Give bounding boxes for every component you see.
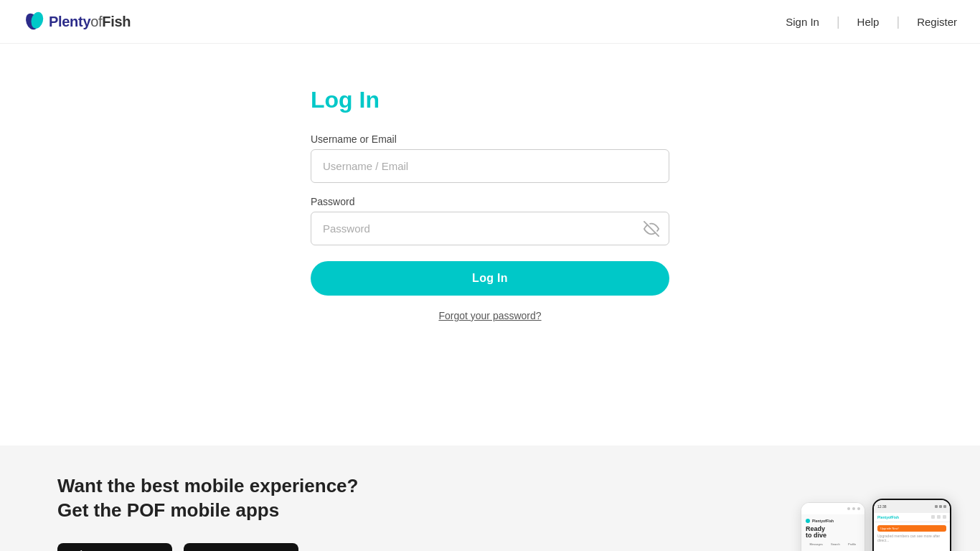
forgot-password-link[interactable]: Forgot your password? [311,310,669,321]
password-label: Password [311,196,669,207]
help-link[interactable]: Help [857,16,880,28]
login-button[interactable]: Log In [311,261,669,296]
logo-text: PlentyofFish [49,14,131,30]
toggle-password-button[interactable] [644,221,659,237]
phone-white-content: PlentyofFish Readyto dive Messages Searc… [801,514,864,551]
nav-links: Sign In | Help | Register [786,14,957,29]
nav-divider-2: | [896,14,900,29]
phone-mockup-white: PlentyofFish Readyto dive Messages Searc… [801,502,865,551]
googleplay-badge[interactable]: GET IT ON Google Play [184,543,298,551]
phone-mockups: PlentyofFish Readyto dive Messages Searc… [801,488,951,551]
signin-link[interactable]: Sign In [786,16,819,28]
site-header: PlentyofFish Sign In | Help | Register [0,0,980,44]
password-field-wrapper [311,212,669,245]
username-label: Username or Email [311,133,669,145]
login-form-container: Log In Username or Email Password Log In… [311,87,669,321]
password-input[interactable] [311,212,669,245]
eye-slash-icon [644,221,659,237]
phone-mockup-black: 12:38 PlentyofFish Upg [872,499,951,551]
phone-white-bar [801,503,864,514]
register-link[interactable]: Register [917,16,957,28]
mobile-text-area: Want the best mobile experience? Get the… [57,474,923,551]
username-input[interactable] [311,149,669,183]
page-title: Log In [311,87,669,113]
pof-logo-icon [23,9,49,34]
logo[interactable]: PlentyofFish [23,9,131,34]
mobile-apps-section: Want the best mobile experience? Get the… [0,446,980,551]
phone-ready-text: Readyto dive [806,526,860,540]
store-badges: Download on the App Store GET IT ON Goo [57,543,923,551]
main-content: Log In Username or Email Password Log In… [0,44,980,446]
appstore-badge[interactable]: Download on the App Store [57,543,172,551]
mobile-headline: Want the best mobile experience? Get the… [57,474,923,523]
phone-black-screen: 12:38 PlentyofFish Upg [874,500,950,551]
nav-divider-1: | [837,14,840,29]
